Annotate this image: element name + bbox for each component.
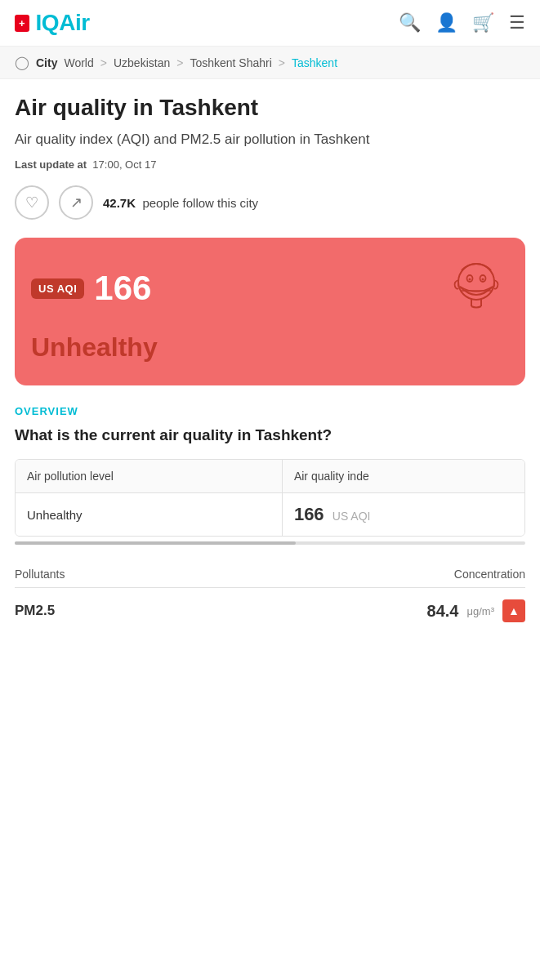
scroll-indicator [15,541,525,545]
heart-icon: ♡ [25,194,38,212]
scroll-thumb [15,541,296,545]
logo-text: IQAir [36,10,90,36]
breadcrumb-world[interactable]: World [64,56,93,69]
follow-label: people follow this city [142,196,258,210]
section-label: OVERVIEW [15,405,525,417]
table-body: Unhealthy 166 US AQI [16,493,524,537]
share-button[interactable]: ↗ [59,185,93,220]
follow-text: 42.7K people follow this city [103,196,258,210]
share-icon: ↗ [70,194,83,212]
logo-plus-icon: + [15,15,29,32]
page-subtitle: Air quality index (AQI) and PM2.5 air po… [15,130,525,149]
pollutants-header: Pollutants Concentration [15,559,525,588]
last-update: Last update at 17:00, Oct 17 [15,158,525,171]
follow-count: 42.7K [103,196,136,210]
table-header: Air pollution level Air quality inde [16,460,524,493]
cell-aqi-value: 166 [294,504,324,524]
pollutants-header-left: Pollutants [15,568,65,581]
pollutant-value: 84.4 [427,602,459,621]
section-question: What is the current air quality in Tashk… [15,425,525,446]
data-table-wrapper: Air pollution level Air quality inde Unh… [15,459,525,537]
breadcrumb-sep-3: > [279,56,285,69]
pollutant-unit: μg/m³ [467,605,495,617]
search-icon[interactable]: 🔍 [399,12,421,33]
user-icon[interactable]: 👤 [435,12,457,33]
breadcrumb-city-label: City [36,56,57,69]
cell-aqi: 166 US AQI [282,493,524,537]
pollutants-section: Pollutants Concentration PM2.5 84.4 μg/m… [15,559,525,627]
up-arrow-icon: ▲ [508,604,520,617]
aqi-top-row: US AQI 166 [31,256,509,321]
breadcrumb-uzbekistan[interactable]: Uzbekistan [114,56,170,69]
breadcrumb: ◯ City World > Uzbekistan > Toshkent Sha… [0,47,540,79]
air-quality-table: Air pollution level Air quality inde Unh… [16,460,524,536]
location-pin-icon: ◯ [15,55,29,70]
pollutant-name: PM2.5 [15,603,55,619]
table-header-row: Air pollution level Air quality inde [16,460,524,493]
logo-area: + IQAir [15,10,90,36]
col-header-aqi: Air quality inde [282,460,524,493]
breadcrumb-sep-2: > [176,56,183,69]
aqi-badge: US AQI [31,278,84,299]
svg-point-4 [482,278,484,281]
table-row: Unhealthy 166 US AQI [16,493,524,537]
follow-row: ♡ ↗ 42.7K people follow this city [15,185,525,220]
header: + IQAir 🔍 👤 🛒 ☰ [0,0,540,47]
col-header-level: Air pollution level [16,460,282,493]
page-title: Air quality in Tashkent [15,94,525,122]
aqi-card: US AQI 166 [15,238,525,385]
aqi-number: 166 [94,269,151,308]
logo-iq: IQ [36,10,60,35]
pollutants-header-right: Concentration [454,568,525,581]
menu-icon[interactable]: ☰ [509,12,525,33]
svg-point-3 [469,278,471,281]
like-button[interactable]: ♡ [15,185,49,220]
last-update-time: 17:00, Oct 17 [92,158,156,171]
breadcrumb-sep-1: > [100,56,107,69]
breadcrumb-tashkent[interactable]: Tashkent [292,56,337,69]
aqi-badge-row: US AQI 166 [31,269,151,308]
overview-section: OVERVIEW What is the current air quality… [15,405,525,545]
cell-aqi-unit: US AQI [332,510,371,523]
cart-icon[interactable]: 🛒 [472,12,494,33]
main-content: Air quality in Tashkent Air quality inde… [0,79,540,627]
pollutant-row: PM2.5 84.4 μg/m³ ▲ [15,588,525,627]
header-icons: 🔍 👤 🛒 ☰ [399,12,525,33]
pollutant-value-area: 84.4 μg/m³ ▲ [427,599,525,622]
breadcrumb-toshkent-shahri[interactable]: Toshkent Shahri [190,56,271,69]
cell-level: Unhealthy [16,493,282,537]
last-update-label: Last update at [15,158,87,171]
mask-face-icon [444,256,509,321]
aqi-level: Unhealthy [31,332,509,363]
logo-air: Air [59,10,89,35]
trend-up-button[interactable]: ▲ [502,599,525,622]
